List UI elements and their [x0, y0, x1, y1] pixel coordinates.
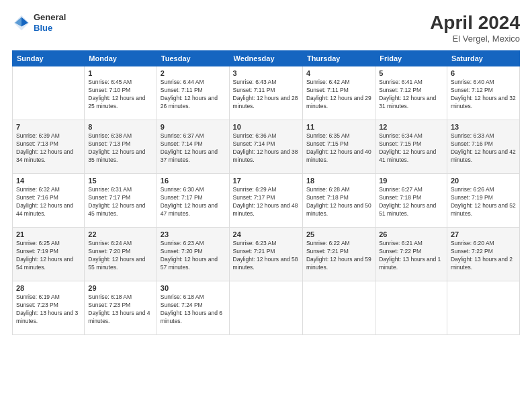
day-number: 8	[88, 123, 153, 131]
day-info: Sunrise: 6:26 AMSunset: 7:19 PMDaylight:…	[451, 186, 516, 218]
weekday-header: Tuesday	[157, 51, 229, 66]
day-number: 9	[161, 123, 226, 131]
calendar-cell: 13Sunrise: 6:33 AMSunset: 7:16 PMDayligh…	[447, 120, 519, 174]
header: General Blue April 2024 El Vergel, Mexic…	[12, 12, 520, 44]
calendar-cell: 29Sunrise: 6:18 AMSunset: 7:23 PMDayligh…	[85, 281, 157, 335]
day-info: Sunrise: 6:34 AMSunset: 7:15 PMDaylight:…	[379, 132, 443, 165]
day-number: 24	[233, 230, 299, 238]
calendar-cell: 15Sunrise: 6:31 AMSunset: 7:17 PMDayligh…	[85, 174, 157, 228]
day-info: Sunrise: 6:44 AMSunset: 7:11 PMDaylight:…	[161, 79, 226, 111]
day-number: 20	[451, 177, 516, 185]
day-info: Sunrise: 6:20 AMSunset: 7:22 PMDaylight:…	[451, 240, 516, 272]
calendar-cell	[13, 66, 85, 120]
calendar-cell	[375, 281, 447, 335]
day-number: 15	[88, 177, 153, 185]
day-number: 7	[16, 123, 81, 131]
calendar-cell: 14Sunrise: 6:32 AMSunset: 7:16 PMDayligh…	[13, 174, 85, 228]
calendar-week-row: 21Sunrise: 6:25 AMSunset: 7:19 PMDayligh…	[13, 228, 520, 281]
logo: General Blue	[12, 12, 66, 33]
day-number: 11	[306, 123, 371, 131]
weekday-header: Thursday	[302, 51, 375, 66]
day-number: 12	[379, 123, 443, 131]
weekday-header: Saturday	[447, 51, 519, 66]
day-number: 4	[306, 69, 371, 77]
calendar-cell: 23Sunrise: 6:23 AMSunset: 7:20 PMDayligh…	[157, 228, 229, 281]
day-number: 1	[88, 69, 153, 77]
calendar-cell: 11Sunrise: 6:35 AMSunset: 7:15 PMDayligh…	[302, 120, 375, 174]
calendar-cell	[447, 281, 519, 335]
day-number: 2	[161, 69, 226, 77]
day-number: 22	[88, 230, 153, 238]
calendar-cell: 20Sunrise: 6:26 AMSunset: 7:19 PMDayligh…	[447, 174, 519, 228]
calendar-week-row: 7Sunrise: 6:39 AMSunset: 7:13 PMDaylight…	[13, 120, 520, 174]
day-info: Sunrise: 6:29 AMSunset: 7:17 PMDaylight:…	[233, 186, 299, 218]
month-title: April 2024	[430, 12, 520, 34]
weekday-header: Monday	[85, 51, 157, 66]
day-number: 13	[451, 123, 516, 131]
day-info: Sunrise: 6:45 AMSunset: 7:10 PMDaylight:…	[88, 79, 153, 111]
calendar-cell: 6Sunrise: 6:40 AMSunset: 7:12 PMDaylight…	[447, 66, 519, 120]
day-info: Sunrise: 6:23 AMSunset: 7:21 PMDaylight:…	[233, 240, 299, 272]
day-info: Sunrise: 6:19 AMSunset: 7:23 PMDaylight:…	[16, 293, 81, 326]
day-info: Sunrise: 6:18 AMSunset: 7:24 PMDaylight:…	[161, 293, 226, 326]
calendar-cell	[302, 281, 375, 335]
day-number: 27	[451, 230, 516, 238]
day-info: Sunrise: 6:40 AMSunset: 7:12 PMDaylight:…	[451, 79, 516, 111]
weekday-header: Friday	[375, 51, 447, 66]
day-info: Sunrise: 6:23 AMSunset: 7:20 PMDaylight:…	[161, 240, 226, 272]
day-info: Sunrise: 6:35 AMSunset: 7:15 PMDaylight:…	[306, 132, 371, 165]
calendar-cell: 2Sunrise: 6:44 AMSunset: 7:11 PMDaylight…	[157, 66, 229, 120]
calendar-cell: 19Sunrise: 6:27 AMSunset: 7:18 PMDayligh…	[375, 174, 447, 228]
day-info: Sunrise: 6:36 AMSunset: 7:14 PMDaylight:…	[233, 132, 299, 165]
calendar-week-row: 1Sunrise: 6:45 AMSunset: 7:10 PMDaylight…	[13, 66, 520, 120]
day-number: 10	[233, 123, 299, 131]
calendar-cell: 28Sunrise: 6:19 AMSunset: 7:23 PMDayligh…	[13, 281, 85, 335]
day-info: Sunrise: 6:42 AMSunset: 7:11 PMDaylight:…	[306, 79, 371, 111]
day-number: 26	[379, 230, 443, 238]
logo-blue: Blue	[34, 23, 66, 34]
day-number: 5	[379, 69, 443, 77]
day-number: 30	[161, 284, 226, 292]
weekday-header: Wednesday	[229, 51, 302, 66]
calendar-cell: 27Sunrise: 6:20 AMSunset: 7:22 PMDayligh…	[447, 228, 519, 281]
calendar-cell: 5Sunrise: 6:41 AMSunset: 7:12 PMDaylight…	[375, 66, 447, 120]
day-info: Sunrise: 6:25 AMSunset: 7:19 PMDaylight:…	[16, 240, 81, 272]
calendar-cell: 12Sunrise: 6:34 AMSunset: 7:15 PMDayligh…	[375, 120, 447, 174]
calendar-cell: 9Sunrise: 6:37 AMSunset: 7:14 PMDaylight…	[157, 120, 229, 174]
calendar-cell: 8Sunrise: 6:38 AMSunset: 7:13 PMDaylight…	[85, 120, 157, 174]
day-number: 14	[16, 177, 81, 185]
day-info: Sunrise: 6:18 AMSunset: 7:23 PMDaylight:…	[88, 293, 153, 326]
calendar-week-row: 28Sunrise: 6:19 AMSunset: 7:23 PMDayligh…	[13, 281, 520, 335]
day-number: 17	[233, 177, 299, 185]
calendar-cell: 1Sunrise: 6:45 AMSunset: 7:10 PMDaylight…	[85, 66, 157, 120]
calendar-cell: 26Sunrise: 6:21 AMSunset: 7:22 PMDayligh…	[375, 228, 447, 281]
calendar-cell: 25Sunrise: 6:22 AMSunset: 7:21 PMDayligh…	[302, 228, 375, 281]
calendar-cell: 18Sunrise: 6:28 AMSunset: 7:18 PMDayligh…	[302, 174, 375, 228]
day-number: 29	[88, 284, 153, 292]
calendar-cell: 24Sunrise: 6:23 AMSunset: 7:21 PMDayligh…	[229, 228, 302, 281]
calendar-cell: 21Sunrise: 6:25 AMSunset: 7:19 PMDayligh…	[13, 228, 85, 281]
day-info: Sunrise: 6:37 AMSunset: 7:14 PMDaylight:…	[161, 132, 226, 165]
calendar-table: SundayMondayTuesdayWednesdayThursdayFrid…	[12, 50, 520, 335]
page: General Blue April 2024 El Vergel, Mexic…	[0, 0, 532, 411]
calendar-cell: 30Sunrise: 6:18 AMSunset: 7:24 PMDayligh…	[157, 281, 229, 335]
calendar-header-row: SundayMondayTuesdayWednesdayThursdayFrid…	[13, 51, 520, 66]
calendar-cell	[229, 281, 302, 335]
day-number: 23	[161, 230, 226, 238]
day-info: Sunrise: 6:38 AMSunset: 7:13 PMDaylight:…	[88, 132, 153, 165]
day-info: Sunrise: 6:22 AMSunset: 7:21 PMDaylight:…	[306, 240, 371, 272]
calendar-cell: 16Sunrise: 6:30 AMSunset: 7:17 PMDayligh…	[157, 174, 229, 228]
title-block: April 2024 El Vergel, Mexico	[430, 12, 520, 44]
day-number: 21	[16, 230, 81, 238]
location: El Vergel, Mexico	[430, 34, 520, 44]
day-number: 3	[233, 69, 299, 77]
day-number: 16	[161, 177, 226, 185]
day-info: Sunrise: 6:39 AMSunset: 7:13 PMDaylight:…	[16, 132, 81, 165]
logo-icon	[12, 13, 31, 32]
calendar-cell: 4Sunrise: 6:42 AMSunset: 7:11 PMDaylight…	[302, 66, 375, 120]
day-info: Sunrise: 6:21 AMSunset: 7:22 PMDaylight:…	[379, 240, 443, 272]
day-number: 28	[16, 284, 81, 292]
day-info: Sunrise: 6:43 AMSunset: 7:11 PMDaylight:…	[233, 79, 299, 111]
logo-text: General Blue	[34, 12, 66, 33]
calendar-cell: 3Sunrise: 6:43 AMSunset: 7:11 PMDaylight…	[229, 66, 302, 120]
